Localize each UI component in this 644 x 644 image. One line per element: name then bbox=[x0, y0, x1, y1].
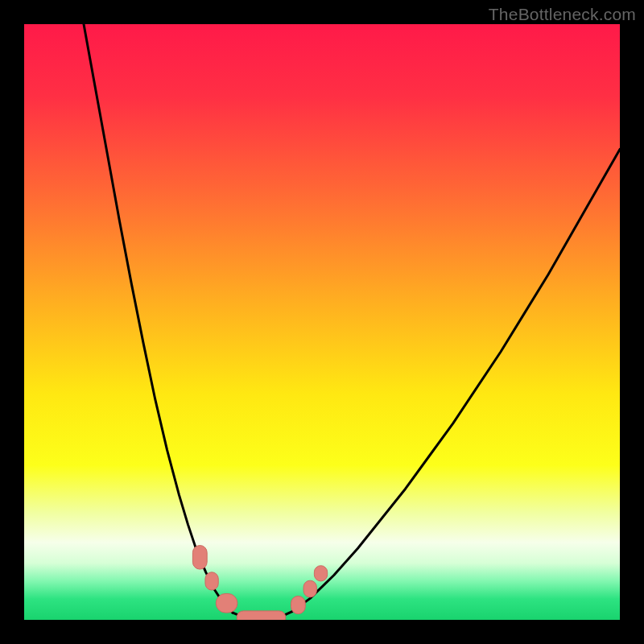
marker-point bbox=[237, 611, 286, 620]
marker-point bbox=[303, 580, 316, 597]
marker-point bbox=[314, 566, 327, 581]
plot-area bbox=[24, 24, 620, 620]
bottleneck-curve bbox=[24, 24, 620, 620]
curve-right-branch bbox=[292, 149, 620, 611]
outer-frame: TheBottleneck.com bbox=[0, 0, 644, 644]
marker-point bbox=[205, 572, 218, 590]
marker-point bbox=[216, 593, 237, 613]
marker-point bbox=[291, 596, 306, 613]
curve-left-branch bbox=[84, 24, 233, 613]
watermark-text: TheBottleneck.com bbox=[489, 5, 636, 24]
highlight-markers bbox=[192, 546, 327, 621]
marker-point bbox=[192, 546, 207, 570]
